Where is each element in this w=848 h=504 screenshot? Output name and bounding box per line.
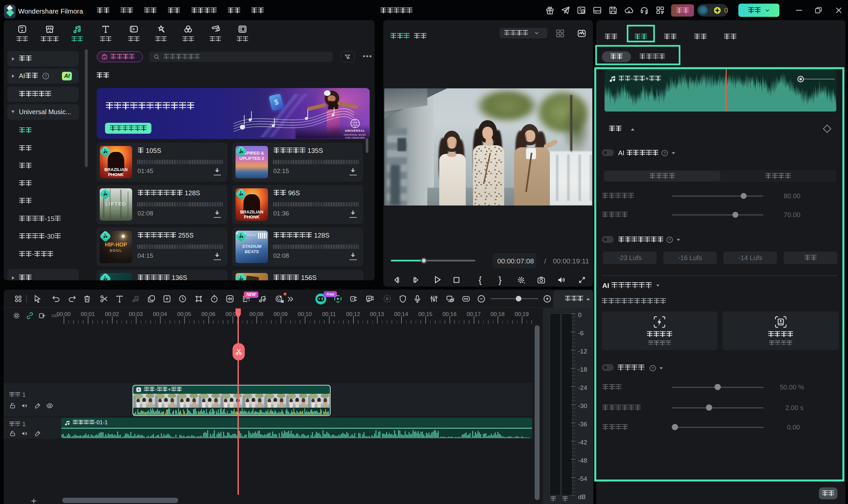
svg-text:?: ?: [45, 74, 47, 79]
svg-text:AI: AI: [281, 300, 283, 303]
